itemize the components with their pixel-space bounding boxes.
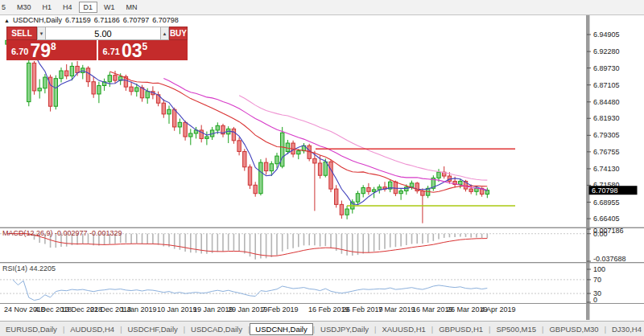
tab-usdjpy-daily[interactable]: USDJPY,Daily bbox=[315, 323, 374, 335]
price-axis-divider[interactable] bbox=[586, 15, 590, 320]
price-tick-label: 6.76755 bbox=[593, 148, 620, 156]
date-tick-label: 7 Mar 2019 bbox=[378, 305, 415, 313]
candle-body bbox=[167, 109, 171, 114]
candle-body bbox=[60, 71, 63, 79]
price-tick-label: 6.84480 bbox=[593, 98, 620, 106]
rsi-name: RSI(14) bbox=[2, 264, 27, 272]
candle-body bbox=[399, 191, 402, 194]
candle-body bbox=[178, 122, 181, 127]
tab-usdchf-daily[interactable]: USDCHF,Daily bbox=[122, 323, 183, 335]
timeframe-h4[interactable]: H4 bbox=[58, 2, 77, 13]
buy-price-panel[interactable]: 6.71 03 5 bbox=[98, 40, 188, 60]
trading-terminal-window: 6.949056.922806.897306.871056.844806.819… bbox=[0, 0, 644, 336]
candle-body bbox=[184, 122, 187, 137]
volume-increase-button[interactable]: ▲ bbox=[160, 27, 169, 40]
candle-body bbox=[130, 87, 133, 92]
tab-eurusd-daily[interactable]: EURUSD,Daily bbox=[0, 323, 63, 335]
quote-low: 6.70797 bbox=[123, 16, 150, 24]
candle-body bbox=[173, 109, 176, 127]
candle-body bbox=[254, 185, 257, 193]
current-price-label: 6.70798 bbox=[592, 186, 618, 195]
sell-button[interactable]: SELL bbox=[6, 27, 37, 40]
timeframe-h1[interactable]: H1 bbox=[38, 2, 57, 13]
candle-body bbox=[485, 191, 489, 195]
date-tick-label: 1 Jan 2019 bbox=[121, 305, 157, 313]
candle-body bbox=[232, 129, 235, 140]
sell-price-prefix: 6.70 bbox=[11, 47, 28, 56]
candle-body bbox=[248, 167, 251, 186]
candle-body bbox=[205, 137, 208, 138]
price-tick-label: 6.87105 bbox=[593, 81, 620, 89]
candle-body bbox=[38, 88, 41, 91]
candle-body bbox=[54, 79, 57, 107]
candle-body bbox=[437, 172, 440, 178]
tab-sp500-m15[interactable]: SP500,M15 bbox=[490, 323, 542, 335]
buy-price-sup: 5 bbox=[142, 41, 148, 52]
tab-usdcnh-daily[interactable]: USDCNH,Daily bbox=[250, 323, 312, 335]
rsi-value: 44.2205 bbox=[30, 264, 56, 272]
candle-body bbox=[324, 162, 327, 175]
candle-body bbox=[459, 181, 462, 184]
date-tick-label: 4 Apr 2019 bbox=[481, 305, 516, 313]
candle-body bbox=[270, 164, 273, 171]
sell-price-big: 79 bbox=[30, 43, 51, 59]
sell-price-panel[interactable]: 6.70 79 8 bbox=[6, 40, 97, 60]
price-tick-label: 6.94905 bbox=[593, 31, 620, 39]
date-axis-divider bbox=[0, 303, 644, 304]
candle-body bbox=[135, 88, 138, 92]
candle-body bbox=[86, 68, 89, 82]
price-tick-label: 6.74130 bbox=[593, 165, 620, 173]
timeframe-m30[interactable]: M30 bbox=[12, 2, 36, 13]
chart-tab-bar: EURUSD,Daily|AUDUSD,H4|USDCHF,Daily|USDC… bbox=[0, 321, 644, 336]
tab-gbpusd-m30[interactable]: GBPUSD,M30 bbox=[543, 323, 604, 335]
timeframe-5[interactable]: 5 bbox=[0, 2, 10, 13]
buy-price-prefix: 6.71 bbox=[103, 47, 120, 56]
timeframe-d1[interactable]: D1 bbox=[79, 2, 98, 13]
quote-close: 6.70798 bbox=[152, 16, 179, 24]
buy-price-big: 03 bbox=[122, 43, 142, 59]
candle-body bbox=[335, 189, 338, 204]
candle-body bbox=[367, 187, 370, 191]
macd-name: MACD(12,26,9) bbox=[2, 229, 53, 237]
date-tick-label: 26 Feb 2019 bbox=[342, 305, 383, 313]
candle-body bbox=[313, 158, 316, 163]
candle-body bbox=[286, 143, 289, 151]
timeframe-mn[interactable]: MN bbox=[122, 2, 142, 13]
timeframe-w1[interactable]: W1 bbox=[99, 2, 120, 13]
candle-body bbox=[275, 156, 279, 164]
candle-body bbox=[345, 209, 349, 215]
macd-tick-label: 0.00 bbox=[593, 230, 608, 238]
rsi-tick-label: 70 bbox=[593, 276, 601, 284]
rsi-tick-label: 100 bbox=[593, 265, 605, 273]
volume-input[interactable] bbox=[46, 27, 160, 40]
timeframe-toolbar: 5M30H1H4D1W1MN bbox=[0, 0, 644, 15]
tab-usdcad-daily[interactable]: USDCAD,Daily bbox=[185, 323, 248, 335]
candle-body bbox=[264, 162, 267, 170]
candle-body bbox=[162, 103, 165, 114]
macd-panel-divider[interactable] bbox=[0, 227, 644, 228]
tab-gbpusd-h1[interactable]: GBPUSD,H1 bbox=[433, 323, 489, 335]
candle-body bbox=[76, 66, 79, 72]
candle-body bbox=[92, 82, 95, 94]
rsi-panel-divider[interactable] bbox=[0, 262, 644, 263]
candle-body bbox=[281, 133, 284, 166]
tab-dj30-h4[interactable]: DJ30,H4 bbox=[606, 323, 644, 335]
date-tick-label: 10 Jan 2019 bbox=[157, 305, 197, 313]
quote-bar: ▲ USDCNH,Daily 6.71159 6.71186 6.70797 6… bbox=[4, 16, 179, 24]
collapse-panel-icon[interactable]: ▲ bbox=[4, 18, 10, 23]
buy-button[interactable]: BUY bbox=[169, 27, 188, 40]
candle-body bbox=[243, 151, 246, 166]
price-tick-label: 6.89730 bbox=[593, 64, 620, 72]
candle-body bbox=[97, 86, 101, 94]
tab-xauusd-h1[interactable]: XAUUSD,H1 bbox=[376, 323, 431, 335]
candle-body bbox=[27, 63, 31, 101]
candle-body bbox=[421, 191, 424, 196]
candle-body bbox=[70, 66, 73, 76]
candle-body bbox=[410, 183, 413, 187]
volume-decrease-button[interactable]: ▼ bbox=[37, 27, 46, 40]
candle-body bbox=[189, 133, 192, 137]
price-tick-label: 6.68955 bbox=[593, 199, 620, 207]
tab-audusd-h4[interactable]: AUDUSD,H4 bbox=[64, 323, 120, 335]
candle-body bbox=[108, 76, 111, 82]
candle-body bbox=[356, 194, 359, 202]
